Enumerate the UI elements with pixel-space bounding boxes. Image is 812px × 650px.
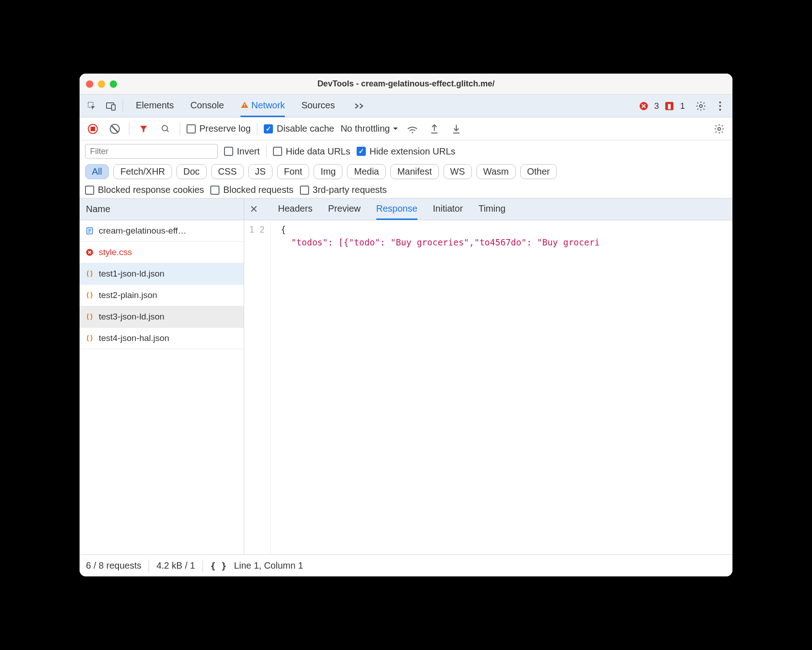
blocked-requests-checkbox[interactable]: Blocked requests	[210, 185, 293, 195]
third-party-checkbox[interactable]: 3rd-party requests	[300, 185, 387, 195]
svg-rect-4	[244, 107, 245, 107]
chevron-down-icon	[393, 127, 398, 131]
svg-rect-3	[244, 104, 245, 106]
import-har-icon[interactable]	[449, 121, 464, 137]
tab-sources[interactable]: Sources	[301, 95, 335, 117]
request-row[interactable]: cream-gelatinous-eff…	[80, 220, 244, 242]
type-filter-manifest[interactable]: Manifest	[390, 164, 439, 179]
blocked-requests-label: Blocked requests	[223, 185, 293, 195]
issue-count: 1	[680, 101, 685, 111]
request-list-body: cream-gelatinous-eff… style.css test1-js…	[80, 220, 244, 554]
network-toolbar: Preserve log Disable cache No throttling	[80, 117, 732, 140]
kebab-menu-icon[interactable]	[712, 98, 728, 114]
divider	[149, 559, 149, 572]
hide-extension-urls-checkbox[interactable]: Hide extension URLs	[357, 146, 455, 157]
detail-tab-initiator[interactable]: Initiator	[433, 198, 463, 220]
detail-tab-response[interactable]: Response	[376, 198, 417, 220]
checkbox-icon	[300, 186, 309, 195]
close-detail-icon[interactable]: ✕	[250, 203, 258, 215]
more-tabs-icon[interactable]	[352, 98, 367, 114]
code-content: { "todos": [{"todo": "Buy groceries","to…	[271, 220, 732, 554]
error-icon	[85, 248, 94, 256]
hide-extension-urls-label: Hide extension URLs	[369, 146, 455, 157]
type-filter-all[interactable]: All	[85, 164, 109, 179]
request-row[interactable]: test4-json-hal.json	[80, 328, 244, 349]
svg-point-9	[162, 125, 168, 131]
more-filters-row: Blocked response cookies Blocked request…	[80, 182, 732, 198]
svg-point-8	[719, 108, 721, 110]
type-filter-doc[interactable]: Doc	[176, 164, 207, 179]
third-party-label: 3rd-party requests	[313, 185, 387, 195]
panel-tabs: Elements Console Network Sources	[136, 95, 367, 117]
disable-cache-checkbox[interactable]: Disable cache	[264, 123, 334, 134]
status-requests: 6 / 8 requests	[86, 560, 141, 571]
preserve-log-checkbox[interactable]: Preserve log	[187, 123, 251, 134]
type-filter-js[interactable]: JS	[248, 164, 272, 179]
filter-toggle-icon[interactable]	[136, 121, 151, 137]
request-list-header[interactable]: Name	[80, 198, 244, 220]
status-bar: 6 / 8 requests 4.2 kB / 1 { } Line 1, Co…	[80, 554, 732, 576]
request-row[interactable]: test1-json-ld.json	[80, 263, 244, 285]
response-code[interactable]: 1 2 { "todos": [{"todo": "Buy groceries"…	[244, 220, 732, 554]
main-pane: Name cream-gelatinous-eff… style.css	[80, 198, 732, 554]
traffic-lights	[86, 80, 117, 88]
record-button[interactable]	[85, 121, 101, 137]
issue-badge-icon: ▮	[665, 102, 673, 110]
tab-console[interactable]: Console	[190, 95, 224, 117]
close-window-icon[interactable]	[86, 80, 93, 88]
hide-data-urls-label: Hide data URLs	[286, 146, 350, 157]
request-row[interactable]: test2-plain.json	[80, 285, 244, 306]
tab-elements[interactable]: Elements	[136, 95, 174, 117]
export-har-icon[interactable]	[427, 121, 442, 137]
request-name: style.css	[99, 247, 132, 257]
detail-tab-headers[interactable]: Headers	[278, 198, 313, 220]
minimize-window-icon[interactable]	[98, 80, 105, 88]
hide-data-urls-checkbox[interactable]: Hide data URLs	[273, 146, 350, 157]
network-settings-icon[interactable]	[711, 121, 727, 137]
filter-input[interactable]	[85, 144, 218, 159]
divider	[266, 145, 267, 158]
type-filter-font[interactable]: Font	[277, 164, 309, 179]
checkbox-icon	[85, 186, 94, 195]
tab-network[interactable]: Network	[240, 95, 285, 117]
invert-checkbox[interactable]: Invert	[224, 146, 260, 157]
network-conditions-icon[interactable]	[405, 121, 420, 137]
request-row[interactable]: test3-json-ld.json	[80, 306, 244, 328]
invert-label: Invert	[237, 146, 260, 157]
json-icon	[85, 291, 94, 299]
type-filter-wasm[interactable]: Wasm	[476, 164, 516, 179]
throttling-value: No throttling	[341, 123, 390, 134]
type-filter-fetchxhr[interactable]: Fetch/XHR	[113, 164, 172, 179]
type-filter-other[interactable]: Other	[520, 164, 557, 179]
request-row[interactable]: style.css	[80, 242, 244, 263]
line-gutter: 1 2	[244, 220, 271, 554]
divider	[129, 123, 129, 135]
maximize-window-icon[interactable]	[110, 80, 117, 88]
titlebar: DevTools - cream-gelatinous-effect.glitc…	[80, 74, 732, 95]
blocked-cookies-checkbox[interactable]: Blocked response cookies	[85, 185, 204, 195]
svg-point-5	[700, 105, 702, 107]
detail-tab-timing[interactable]: Timing	[478, 198, 505, 220]
inspect-icon[interactable]	[84, 98, 100, 114]
type-filter-css[interactable]: CSS	[211, 164, 244, 179]
device-toolbar-icon[interactable]	[103, 98, 119, 114]
detail-tab-preview[interactable]: Preview	[328, 198, 361, 220]
throttling-select[interactable]: No throttling	[341, 123, 398, 134]
pretty-print-icon[interactable]: { }	[210, 560, 227, 571]
divider	[123, 100, 123, 112]
issues-badges[interactable]: ✕ 3 ▮ 1	[640, 101, 685, 111]
settings-icon[interactable]	[693, 98, 709, 114]
type-filter-row: All Fetch/XHR Doc CSS JS Font Img Media …	[80, 161, 732, 182]
search-icon[interactable]	[158, 121, 173, 137]
type-filter-ws[interactable]: WS	[443, 164, 472, 179]
type-filter-media[interactable]: Media	[347, 164, 385, 179]
status-cursor: Line 1, Column 1	[234, 560, 303, 571]
svg-point-6	[719, 101, 721, 103]
detail-tabs: ✕ Headers Preview Response Initiator Tim…	[244, 198, 732, 220]
divider	[203, 559, 203, 572]
json-icon	[85, 334, 94, 342]
type-filter-img[interactable]: Img	[314, 164, 342, 179]
clear-button[interactable]	[107, 121, 123, 137]
request-name: cream-gelatinous-eff…	[99, 226, 187, 236]
svg-point-10	[411, 132, 413, 133]
